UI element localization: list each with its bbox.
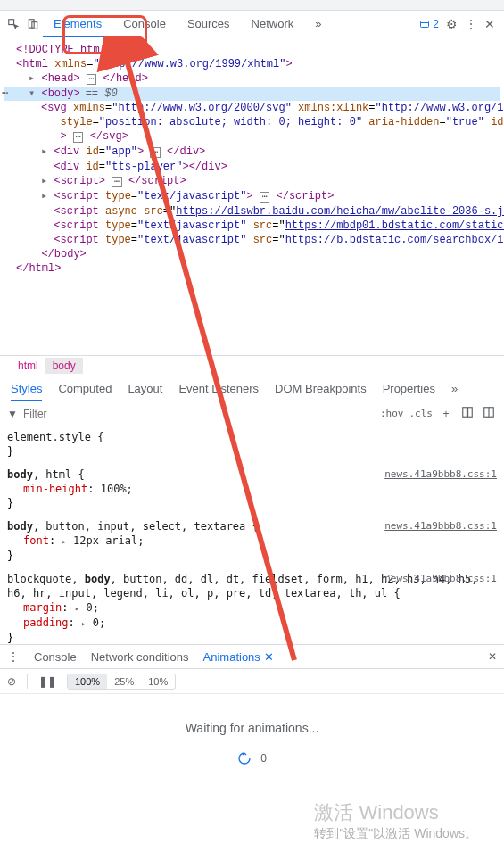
speed-selector: 100% 25% 10% — [67, 674, 176, 690]
panel-layout-icon[interactable] — [481, 406, 497, 421]
speed-10[interactable]: 10% — [141, 674, 175, 689]
drawer-tab-console[interactable]: Console — [34, 650, 77, 664]
tab-elements[interactable]: Elements — [43, 11, 112, 37]
issues-badge[interactable]: 2 — [419, 18, 439, 30]
doctype-node[interactable]: <!DOCTYPE html> — [4, 43, 500, 57]
device-toggle-icon[interactable] — [23, 14, 43, 34]
breadcrumb: html body — [0, 355, 504, 376]
close-icon[interactable]: ✕ — [484, 17, 495, 31]
div-app-node[interactable]: ▸ <div id="app"> ⋯ </div> — [4, 145, 500, 160]
script1-node[interactable]: ▸ <script> ⋯ </script> — [4, 174, 500, 189]
speed-25[interactable]: 25% — [107, 674, 141, 689]
clear-icon[interactable]: ⊘ — [7, 675, 16, 688]
head-node[interactable]: ▸ <head> ⋯ </head> — [4, 71, 500, 87]
rule-source-link[interactable]: news.41a9bbb8.css:1 — [384, 572, 497, 586]
drawer-close-icon[interactable]: ✕ — [488, 650, 497, 663]
speed-100[interactable]: 100% — [68, 674, 107, 689]
devtools-toolbar: Elements Console Sources Network » 2 ⚙ ⋮… — [0, 11, 504, 37]
crumb-html[interactable]: html — [11, 358, 45, 374]
rule-element-style[interactable]: element.style { } — [7, 430, 497, 459]
tab-network[interactable]: Network — [241, 11, 305, 37]
pause-icon[interactable]: ❚❚ — [38, 675, 56, 688]
script4-node[interactable]: <script type="text/javascript" src="http… — [4, 219, 500, 233]
tab-event-listeners[interactable]: Event Listeners — [178, 382, 259, 395]
drawer-menu-icon[interactable]: ⋮ — [7, 649, 20, 664]
tab-dom-breakpoints[interactable]: DOM Breakpoints — [275, 382, 367, 395]
styles-tabs-more[interactable]: » — [451, 382, 458, 395]
html-close[interactable]: </html> — [4, 261, 500, 276]
cls-toggle[interactable]: .cls — [409, 408, 434, 419]
inspect-element-icon[interactable] — [4, 14, 23, 34]
body-node-selected[interactable]: ⋯▾ <body>== $0 — [4, 87, 500, 101]
computed-toggle-icon[interactable] — [459, 406, 475, 421]
body-close[interactable]: </body> — [4, 247, 500, 261]
tab-properties[interactable]: Properties — [383, 382, 435, 395]
rule-source-link[interactable]: news.41a9bbb8.css:1 — [384, 519, 497, 533]
tab-console[interactable]: Console — [112, 11, 177, 37]
hov-toggle[interactable]: :hov — [380, 408, 404, 419]
elements-tree[interactable]: <!DOCTYPE html> <html xmlns="http://www.… — [0, 37, 504, 355]
svg-rect-4 — [463, 408, 467, 418]
styles-filter-bar: ▼ :hov .cls + — [0, 401, 504, 426]
animations-spinner: 0 — [0, 744, 504, 773]
styles-tabs: Styles Computed Layout Event Listeners D… — [0, 376, 504, 401]
script3-node[interactable]: <script async src="https://dlswbr.baidu.… — [4, 204, 500, 219]
tab-sources[interactable]: Sources — [177, 11, 241, 37]
windows-activation-watermark: 激活 Windows 转到"设置"以激活 Windows。 — [314, 799, 477, 842]
svg-node[interactable]: <svg xmlns="http://www.w3.org/2000/svg" … — [4, 101, 500, 145]
new-style-rule-icon[interactable]: + — [438, 408, 454, 420]
tab-close-icon[interactable]: ✕ — [264, 650, 274, 664]
animation-count: 0 — [260, 752, 267, 765]
rule-source-link[interactable]: news.41a9bbb8.css:1 — [384, 467, 497, 482]
div-tts-node[interactable]: <div id="tts-player"></div> — [4, 160, 500, 174]
script5-node[interactable]: <script type="text/javascript" src="http… — [4, 233, 500, 247]
tab-computed[interactable]: Computed — [58, 382, 112, 395]
tab-styles[interactable]: Styles — [11, 376, 42, 401]
filter-input[interactable] — [23, 408, 375, 420]
styles-body[interactable]: element.style { } news.41a9bbb8.css:1 bo… — [0, 426, 504, 644]
browser-chrome-strip — [0, 0, 504, 11]
issues-count: 2 — [433, 18, 439, 30]
drawer-tabs: ⋮ Console Network conditions Animations … — [0, 644, 504, 669]
html-open[interactable]: <html xmlns="http://www.w3.org/1999/xhtm… — [4, 57, 500, 71]
script2-node[interactable]: ▸ <script type="text/javascript"> ⋯ </sc… — [4, 189, 500, 204]
tabs-more[interactable]: » — [304, 11, 332, 37]
drawer-tab-animations[interactable]: Animations ✕ — [203, 650, 274, 664]
rule-reset[interactable]: news.41a9bbb8.css:1 blockquote, body, bu… — [7, 572, 497, 644]
main-tabs: Elements Console Sources Network » — [43, 11, 419, 37]
kebab-menu-icon[interactable]: ⋮ — [465, 17, 477, 31]
crumb-body[interactable]: body — [45, 358, 83, 374]
animations-toolbar: ⊘ ❚❚ 100% 25% 10% — [0, 669, 504, 694]
svg-rect-3 — [421, 21, 429, 27]
svg-rect-5 — [468, 408, 473, 418]
tab-layout[interactable]: Layout — [128, 382, 162, 395]
drawer-tab-network-conditions[interactable]: Network conditions — [91, 650, 189, 664]
rule-font[interactable]: news.41a9bbb8.css:1 body, button, input,… — [7, 519, 497, 563]
rule-body-html[interactable]: news.41a9bbb8.css:1 body, html { min-hei… — [7, 467, 497, 510]
toolbar-right: 2 ⚙ ⋮ ✕ — [419, 17, 500, 31]
filter-icon: ▼ — [7, 408, 18, 420]
dollar-zero: == $0 — [86, 87, 118, 100]
animations-waiting-text: Waiting for animations... — [0, 694, 504, 744]
gear-icon[interactable]: ⚙ — [446, 17, 458, 31]
